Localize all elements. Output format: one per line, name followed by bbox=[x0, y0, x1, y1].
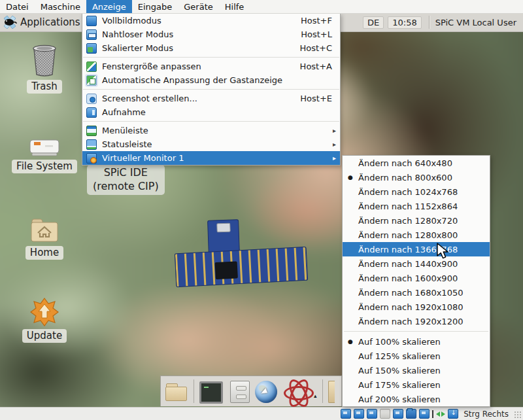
dock-partial-icon[interactable] bbox=[328, 381, 335, 403]
applications-label: Applications bbox=[20, 16, 80, 28]
hdd-status-icon[interactable] bbox=[341, 409, 351, 419]
submenu-arrow-icon: ▸ bbox=[331, 154, 336, 162]
menu-hilfe[interactable]: Hilfe bbox=[219, 0, 250, 13]
display-status-icon[interactable] bbox=[419, 409, 430, 419]
audio-status-icon[interactable] bbox=[367, 409, 377, 419]
menu-maschine[interactable]: Maschine bbox=[35, 0, 86, 13]
menu-datei[interactable]: Datei bbox=[0, 0, 35, 13]
menu-eingabe[interactable]: Eingabe bbox=[132, 0, 178, 13]
menuitem-virtueller-monitor-1[interactable]: Virtueller Monitor 1 ▸ bbox=[82, 151, 340, 165]
submenu-item-scale-100[interactable]: ● Auf 100% skalieren bbox=[343, 334, 490, 349]
menuitem-vollbildmodus[interactable]: Vollbildmodus Host+F bbox=[82, 14, 340, 27]
submenu-arrow-icon: ▸ bbox=[331, 141, 336, 148]
wallpaper-usb-connector bbox=[216, 223, 230, 233]
shared-folders-status-icon[interactable] bbox=[406, 409, 416, 419]
dock-separator bbox=[322, 379, 323, 403]
submenu-item-1024x768[interactable]: Ändern nach 1024x768 bbox=[343, 184, 490, 199]
submenu-item-1600x900[interactable]: Ändern nach 1600x900 bbox=[343, 271, 490, 285]
auto-resize-guest-icon bbox=[86, 75, 97, 86]
submenu-label: Auf 200% skalieren bbox=[358, 394, 490, 404]
trash-label: Trash bbox=[27, 80, 62, 94]
submenu-item-1920x1080[interactable]: Ändern nach 1920x1080 bbox=[343, 300, 490, 314]
update-star-icon bbox=[30, 298, 59, 326]
submenu-item-scale-200[interactable]: Auf 200% skalieren bbox=[343, 392, 490, 406]
update-label: Update bbox=[22, 329, 67, 343]
menubar-icon bbox=[86, 126, 97, 136]
desktop-icon-home[interactable]: Home bbox=[26, 217, 63, 260]
desktop-icon-trash[interactable]: Trash bbox=[24, 44, 65, 94]
terminal-icon[interactable] bbox=[199, 381, 223, 404]
home-folder-icon bbox=[29, 217, 59, 243]
mouse-integration-icon[interactable] bbox=[436, 410, 445, 418]
scaled-mode-icon bbox=[86, 43, 97, 54]
submenu-label: Auf 100% skalieren bbox=[358, 337, 490, 347]
submenu-label: Ändern nach 1152x864 bbox=[358, 201, 490, 211]
menuitem-fenstergroesse-anpassen[interactable]: Fenstergröße anpassen Host+A bbox=[82, 60, 340, 73]
menuitem-menueleiste[interactable]: Menüleiste ▸ bbox=[82, 124, 340, 137]
trash-icon bbox=[31, 44, 58, 77]
recording-icon bbox=[86, 107, 97, 118]
submenu-item-1152x864[interactable]: Ändern nach 1152x864 bbox=[343, 199, 490, 213]
desktop-icon-file-system[interactable]: File System bbox=[17, 139, 72, 173]
optical-drive-status-icon[interactable] bbox=[354, 409, 364, 419]
desktop-icon-spic-ide[interactable]: SPiC IDE (remote CIP) bbox=[87, 165, 165, 195]
file-manager-icon[interactable] bbox=[165, 379, 188, 403]
dock-dropdown-caret[interactable]: ▴ bbox=[314, 393, 317, 399]
virtual-monitor-icon bbox=[86, 153, 97, 164]
submenu-item-1920x1200[interactable]: Ändern nach 1920x1200 bbox=[343, 314, 490, 328]
submenu-item-scale-125[interactable]: Auf 125% skalieren bbox=[343, 349, 490, 363]
network-status-icon[interactable] bbox=[393, 409, 403, 419]
submenu-item-1366x768[interactable]: Ändern nach 1366x768 bbox=[343, 242, 490, 256]
home-label: Home bbox=[25, 246, 63, 260]
xfce-logo-icon bbox=[3, 16, 17, 29]
menuitem-aufnahme[interactable]: Aufnahme bbox=[82, 105, 340, 119]
text-cursor-indicator bbox=[432, 410, 433, 418]
menu-geraete[interactable]: Geräte bbox=[178, 0, 218, 13]
submenu-item-1280x720[interactable]: Ändern nach 1280x720 bbox=[343, 213, 490, 228]
clock[interactable]: 10:58 bbox=[388, 16, 421, 29]
submenu-item-scale-175[interactable]: Auf 175% skalieren bbox=[343, 377, 490, 392]
taskbar-right-plugins: DE 10:58 SPiC VM Local User bbox=[361, 13, 523, 31]
usb-status-icon[interactable] bbox=[380, 409, 390, 419]
submenu-item-640x480[interactable]: Ändern nach 640x480 bbox=[343, 156, 490, 170]
submenu-item-1680x1050[interactable]: Ändern nach 1680x1050 bbox=[343, 285, 490, 300]
menuitem-automatische-anpassung[interactable]: Automatische Anpassung der Gastanzeige bbox=[82, 73, 340, 87]
applications-menu-button[interactable]: Applications bbox=[0, 13, 86, 31]
menuitem-shortcut: Host+L bbox=[301, 29, 332, 39]
submenu-label: Ändern nach 1024x768 bbox=[358, 187, 490, 197]
submenu-item-800x600[interactable]: ● Ändern nach 800x600 bbox=[343, 170, 490, 184]
keyboard-layout-indicator[interactable]: DE bbox=[363, 16, 384, 29]
menuitem-label: Statusleiste bbox=[102, 139, 326, 149]
menuitem-skalierter-modus[interactable]: Skalierter Modus Host+C bbox=[82, 41, 340, 55]
submenu-label: Ändern nach 1440x900 bbox=[358, 259, 490, 269]
virtualbox-menubar: Datei Maschine Anzeige Eingabe Geräte Hi… bbox=[0, 0, 523, 14]
taskbar-separator bbox=[429, 16, 430, 29]
menuitem-screenshot[interactable]: Screenshot erstellen... Host+E bbox=[82, 92, 340, 105]
menuitem-label: Skalierter Modus bbox=[102, 43, 294, 53]
wallpaper-circuit-board bbox=[175, 247, 308, 288]
menuitem-label: Menüleiste bbox=[102, 126, 326, 135]
submenu-label: Auf 175% skalieren bbox=[358, 380, 490, 390]
desktop-icon-update[interactable]: Update bbox=[26, 298, 63, 343]
mouse-cursor bbox=[437, 243, 451, 260]
host-key-label: Strg Rechts bbox=[464, 410, 509, 419]
file-cabinet-icon[interactable] bbox=[230, 381, 250, 403]
virtualbox-window: Datei Maschine Anzeige Eingabe Geräte Hi… bbox=[0, 0, 523, 420]
submenu-item-scale-150[interactable]: Auf 150% skalieren bbox=[343, 363, 490, 377]
anzeige-dropdown-menu: Vollbildmodus Host+F Nahtloser Modus Hos… bbox=[82, 13, 341, 166]
resize-grip[interactable] bbox=[514, 411, 522, 419]
keyboard-capture-icon[interactable] bbox=[448, 409, 458, 419]
session-user-label[interactable]: SPiC VM Local User bbox=[435, 18, 523, 27]
dock-panel: ▴ bbox=[160, 376, 342, 406]
menuitem-nahtloser-modus[interactable]: Nahtloser Modus Host+L bbox=[82, 27, 340, 41]
menuitem-statusleiste[interactable]: Statusleiste ▸ bbox=[82, 137, 340, 151]
atom-editor-icon[interactable] bbox=[282, 379, 311, 403]
menu-anzeige[interactable]: Anzeige bbox=[86, 0, 132, 13]
submenu-item-1440x900[interactable]: Ändern nach 1440x900 bbox=[343, 256, 490, 271]
web-browser-icon[interactable] bbox=[255, 381, 277, 403]
virtual-monitor-submenu: Ändern nach 640x480 ● Ändern nach 800x60… bbox=[342, 155, 490, 407]
fullscreen-icon bbox=[86, 16, 97, 26]
submenu-label: Ändern nach 1280x800 bbox=[358, 230, 490, 240]
submenu-item-1280x800[interactable]: Ändern nach 1280x800 bbox=[343, 228, 490, 242]
submenu-label: Ändern nach 800x600 bbox=[358, 173, 490, 183]
